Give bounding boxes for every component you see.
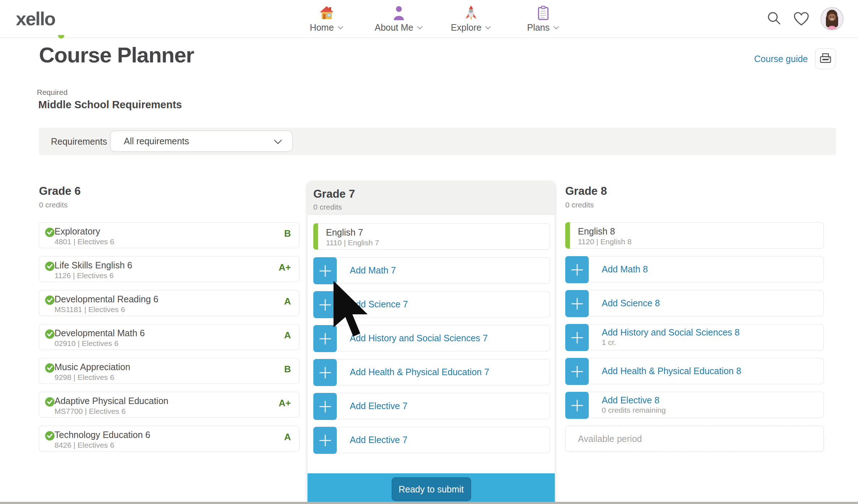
course-card[interactable]: Technology Education 6 8426 | Electives … [39, 426, 300, 452]
chevron-down-icon [417, 26, 423, 30]
course-code: MS1181 | Electives 6 [55, 304, 299, 314]
completed-check-icon [45, 397, 55, 407]
add-slot-label: Add History and Social Sciences 7 [350, 333, 488, 343]
course-card[interactable]: Music Appreciation 9298 | Electives 6 B [39, 358, 300, 384]
course-name: English 8 [578, 226, 823, 237]
course-code: 4801 | Electives 6 [55, 237, 299, 246]
add-course-slot[interactable]: Add Math 8 [565, 256, 824, 282]
nav-menu: Home About Me [291, 2, 579, 33]
nav-item-plans[interactable]: Plans [507, 2, 579, 33]
grade7-credits: 0 credits [313, 203, 555, 211]
add-slot-label: Add Math 8 [602, 264, 648, 275]
print-button[interactable] [815, 48, 836, 69]
course-code: 9298 | Electives 6 [55, 372, 299, 382]
course-code: 8426 | Electives 6 [55, 440, 299, 450]
course-name: Music Appreciation [55, 361, 299, 372]
course-grade: A [284, 431, 291, 443]
grade7-submit-bar: Ready to submit [308, 473, 555, 504]
course-code: 1120 | English 8 [578, 237, 823, 246]
course-name: Developmental Math 6 [55, 328, 299, 338]
course-card[interactable]: Adaptive Physical Education MS7700 | Ele… [39, 392, 300, 418]
plus-icon[interactable] [313, 359, 337, 386]
course-guide-area: Course guide [754, 48, 836, 69]
course-card[interactable]: Exploratory 4801 | Electives 6 B [39, 222, 300, 248]
course-card[interactable]: Life Skills English 6 1126 | Electives 6… [39, 256, 300, 282]
grade8-card-list: English 8 1120 | English 8 Add Math 8 Ad… [565, 222, 824, 452]
nav-label-home: Home [310, 22, 334, 33]
course-name: Developmental Reading 6 [55, 294, 299, 304]
plus-icon[interactable] [313, 427, 337, 454]
add-course-slot[interactable]: Add Health & Physical Education 8 [565, 358, 824, 384]
course-planner-page: xello Home [0, 0, 858, 504]
scheduled-course-card[interactable]: English 8 1120 | English 8 [565, 222, 824, 249]
completed-check-icon [45, 295, 55, 305]
grade8-title: Grade 8 [565, 185, 824, 198]
course-code: 1110 | English 7 [326, 238, 550, 247]
add-course-slot[interactable]: Add Elective 7 [313, 427, 550, 453]
course-grade: A+ [279, 398, 291, 409]
requirements-select[interactable]: All requirements [110, 131, 293, 152]
course-name: Technology Education 6 [55, 429, 299, 440]
plus-icon[interactable] [313, 393, 337, 420]
top-nav: xello Home [0, 0, 858, 38]
chevron-down-icon [553, 26, 559, 30]
course-guide-link[interactable]: Course guide [754, 54, 808, 64]
add-course-slot[interactable]: Add Science 8 [565, 290, 824, 316]
logo-green-accent [58, 35, 64, 39]
add-slot-label: Add History and Social Sciences 8 [602, 327, 740, 338]
grade7-panel: Grade 7 0 credits English 7 1110 | Engli… [308, 181, 555, 504]
grade8-credits: 0 credits [565, 201, 824, 209]
plus-icon[interactable] [565, 256, 589, 283]
add-slot-label: Add Elective 7 [350, 435, 408, 445]
add-course-slot[interactable]: Add Elective 7 [313, 393, 550, 419]
completed-check-icon [45, 329, 55, 339]
clipboard-icon [535, 2, 551, 21]
nav-right-icons [766, 0, 844, 38]
course-card[interactable]: Developmental Reading 6 MS1181 | Electiv… [39, 290, 300, 316]
xello-logo[interactable]: xello [16, 8, 55, 30]
page-title: Course Planner [39, 43, 194, 67]
add-course-slot[interactable]: Add Elective 8 0 credits remaining [565, 392, 824, 418]
chevron-down-icon [485, 26, 491, 30]
grade6-title: Grade 6 [39, 185, 300, 198]
add-slot-label: Add Health & Physical Education 8 [602, 366, 741, 376]
nav-item-about-me[interactable]: About Me [363, 2, 435, 33]
course-grade: A [284, 330, 291, 341]
nav-label-plans: Plans [527, 22, 550, 33]
completed-check-icon [45, 363, 55, 373]
available-period-slot: Available period [565, 426, 824, 452]
course-grade: A [284, 296, 291, 307]
course-name: Exploratory [55, 226, 299, 237]
completed-check-icon [45, 261, 55, 271]
search-icon[interactable] [766, 11, 782, 27]
plus-icon[interactable] [565, 290, 589, 317]
add-course-slot[interactable]: Add Health & Physical Education 7 [313, 359, 550, 385]
course-card[interactable]: Developmental Math 6 02910 | Electives 6… [39, 324, 300, 350]
nav-item-explore[interactable]: Explore [435, 2, 507, 33]
required-label: Required [37, 88, 67, 97]
nav-item-home[interactable]: Home [291, 2, 363, 33]
profile-avatar[interactable] [820, 7, 844, 30]
add-slot-subtext: 0 credits remaining [602, 406, 666, 415]
nav-label-about-me: About Me [375, 22, 413, 33]
heart-icon[interactable] [793, 11, 810, 26]
scheduled-course-card[interactable]: English 7 1110 | English 7 [313, 223, 550, 250]
person-icon [391, 2, 407, 21]
add-slot-label: Add Math 7 [350, 265, 396, 276]
grade7-header: Grade 7 0 credits [308, 181, 555, 215]
add-course-slot[interactable]: Add History and Social Sciences 8 1 cr. [565, 324, 824, 350]
plus-icon[interactable] [565, 358, 589, 385]
course-code: MS7700 | Electives 6 [55, 406, 299, 416]
course-grade: B [284, 364, 291, 375]
add-slot-subtext: 1 cr. [602, 338, 740, 347]
course-code: 02910 | Electives 6 [55, 338, 299, 348]
add-slot-label: Add Elective 7 [350, 401, 408, 411]
grade7-title: Grade 7 [313, 188, 555, 201]
requirements-label: Requirements [51, 136, 107, 147]
add-slot-label: Add Elective 8 [602, 395, 666, 406]
course-code: 1126 | Electives 6 [55, 271, 299, 280]
ready-to-submit-button[interactable]: Ready to submit [392, 477, 471, 501]
nav-label-explore: Explore [451, 22, 482, 33]
plus-icon[interactable] [565, 392, 589, 419]
plus-icon[interactable] [565, 324, 589, 351]
